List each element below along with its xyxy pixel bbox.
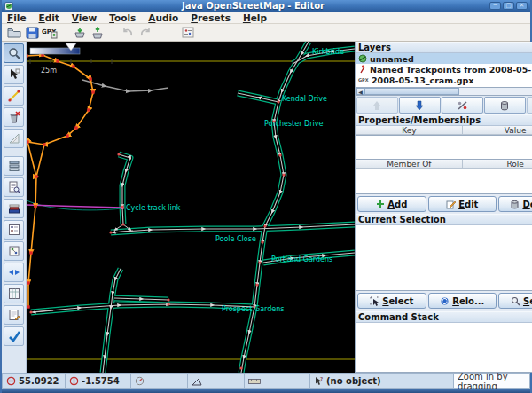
street-label: Kirkbride [312,48,344,56]
properties-table-body[interactable] [356,136,532,160]
edit-toolbar [2,42,27,373]
menu-view[interactable]: View [72,12,97,23]
layer-list-hscrollbar[interactable]: ◀ ▶ [356,88,532,96]
save-button[interactable] [23,25,41,41]
conflict-arrows-icon [8,266,20,279]
josm-window: Java OpenStreetMap - Editor ─ ▢ ✕ File E… [0,0,532,393]
minimize-button[interactable]: ─ [489,2,501,10]
properties-toggle-button[interactable] [4,177,24,197]
menu-presets[interactable]: Presets [191,12,231,23]
properties-panel-header: Properties/Memberships [356,114,532,126]
zoom-icon [8,47,20,59]
street-label: Poole Close [215,235,256,243]
select-button[interactable]: Select [357,293,426,309]
layer-merge-button[interactable] [527,97,532,114]
street-label: Porchester Drive [264,120,323,128]
zoom-slider[interactable] [30,43,80,54]
edit-button[interactable]: Edit [428,196,497,212]
latitude-field: 55.0922 [2,373,66,389]
title-bar[interactable]: Java OpenStreetMap - Editor ─ ▢ ✕ [2,0,530,12]
object-pointer-icon: ? [314,376,324,386]
grey-way [82,80,168,91]
scale-label: 25m [41,67,57,75]
compass-icon [135,376,145,386]
menu-file[interactable]: File [7,12,27,23]
move-tool-button[interactable] [4,65,24,84]
role-column-header[interactable]: Role [463,160,532,169]
status-bar: 55.0922 -1.5754 [2,373,530,389]
close-button[interactable]: ✕ [516,2,528,10]
distance-field [245,373,310,389]
preferences-icon [182,27,194,38]
commandstack-body[interactable] [356,323,532,373]
delete-cylinder-icon [499,100,510,111]
download-button[interactable] [71,25,89,41]
angle-icon [192,377,202,386]
zoom-tool-button[interactable] [4,43,24,63]
menu-audio[interactable]: Audio [148,12,178,23]
object-value: (no object) [326,376,381,386]
selection-toggle-button[interactable] [4,220,24,240]
window-title: Java OpenStreetMap - Editor [17,1,489,11]
scroll-left-arrow[interactable]: ◀ [356,88,364,95]
book-toggle-button[interactable] [4,199,24,218]
measure-tool-button[interactable] [4,129,24,148]
cycle-track-way [27,200,124,210]
redo-button[interactable] [137,25,154,41]
osm-data-layer-icon [358,54,367,63]
layer-row-unnamed[interactable]: unnamed [356,53,532,64]
maximize-button[interactable]: ▢ [503,2,514,10]
search-button[interactable]: Sear... [498,293,532,309]
book-icon [8,202,20,215]
plus-icon [376,200,385,208]
street-label: Portland Gardens [271,255,332,263]
preferences-button[interactable] [179,25,197,41]
layer-move-down-button[interactable] [399,97,441,114]
layer-delete-button[interactable] [484,97,526,114]
commandstack-toggle-button[interactable] [4,284,24,303]
map-canvas[interactable]: Kirkbride Kendal Drive Porchester Drive … [27,42,355,373]
layer-row-trackpoints[interactable]: Named Trackpoints from 2008-05-13_cr [356,64,532,75]
redo-icon [139,27,152,38]
key-column-header[interactable]: Key [356,126,463,135]
show-hide-icon [457,100,468,111]
draw-tool-button[interactable] [4,86,24,106]
main-toolbar: GPX [2,24,530,42]
layer-row-partial[interactable] [356,85,532,88]
layer-row-gpx[interactable]: GPX 2008-05-13_cram.gpx [356,75,532,85]
side-panel: Layers unnamed [355,42,532,373]
layer-move-up-button[interactable] [356,97,398,114]
selection-list-body[interactable] [356,225,532,291]
properties-panel-title: Properties/Memberships [358,115,481,125]
menu-edit[interactable]: Edit [39,12,59,23]
add-button[interactable]: Add [357,196,426,212]
conflicts-toggle-button[interactable] [4,263,24,282]
orange-way [27,55,93,307]
menu-tools[interactable]: Tools [109,12,136,23]
member-of-column-header[interactable]: Member Of [356,160,463,169]
notes-toggle-button[interactable] [4,305,24,325]
layers-icon [8,160,20,172]
gpx-icon: GPX [42,27,58,39]
down-arrow-icon [414,100,425,111]
menu-help[interactable]: Help [243,12,267,23]
membership-table-body[interactable] [356,169,532,194]
selection-list-icon [8,224,20,236]
reload-button[interactable]: Relo... [428,293,497,309]
open-folder-icon [7,27,21,39]
layers-toggle-button[interactable] [4,156,24,176]
relations-toggle-button[interactable] [4,241,24,261]
menu-bar: File Edit View Tools Audio Presets Help [2,12,530,24]
export-gpx-button[interactable]: GPX [41,25,59,41]
svg-text:?: ? [320,376,323,381]
layer-name: unnamed [370,54,414,64]
open-button[interactable] [5,25,23,41]
upload-button[interactable] [89,25,106,41]
delete-tool-button[interactable] [4,107,24,127]
download-area-boundary [27,61,355,359]
value-column-header[interactable]: Value [463,126,532,135]
validator-toggle-button[interactable] [4,326,24,346]
undo-button[interactable] [119,25,137,41]
delete-button[interactable]: Dele... [498,196,532,212]
layer-show-hide-button[interactable] [442,97,483,114]
